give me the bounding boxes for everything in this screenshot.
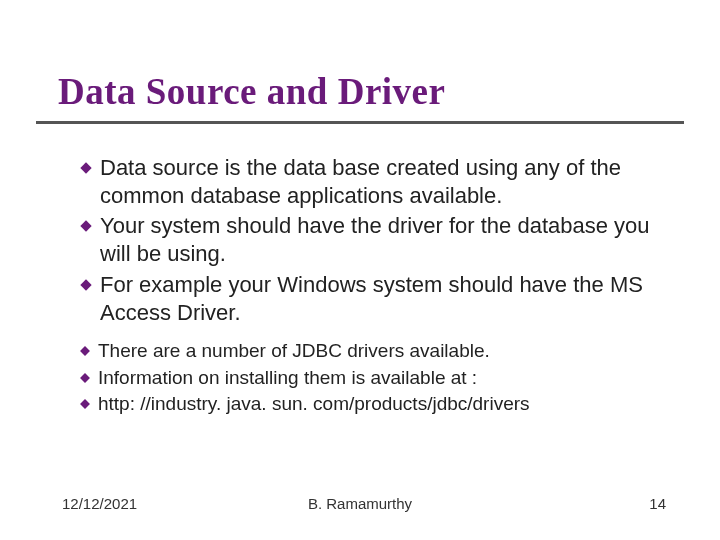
list-item: There are a number of JDBC drivers avail…: [80, 339, 670, 364]
content-area: Data source is the data base created usi…: [0, 124, 720, 417]
footer-date: 12/12/2021: [62, 495, 137, 512]
list-item-text: Information on installing them is availa…: [98, 366, 477, 391]
list-item-text: Data source is the data base created usi…: [100, 154, 670, 210]
list-item-text: http: //industry. java. sun. com/product…: [98, 392, 530, 417]
list-item-text: For example your Windows system should h…: [100, 271, 670, 327]
list-item-text: There are a number of JDBC drivers avail…: [98, 339, 490, 364]
list-item: Your system should have the driver for t…: [80, 212, 670, 268]
svg-rect-5: [80, 399, 90, 409]
diamond-bullet-icon: [80, 346, 90, 356]
sub-list: There are a number of JDBC drivers avail…: [80, 339, 670, 417]
footer-author: B. Ramamurthy: [308, 495, 412, 512]
list-item: Data source is the data base created usi…: [80, 154, 670, 210]
diamond-bullet-icon: [80, 162, 92, 174]
svg-rect-4: [80, 373, 90, 383]
diamond-bullet-icon: [80, 220, 92, 232]
slide: Data Source and Driver Data source is th…: [0, 0, 720, 540]
footer-page-number: 14: [649, 495, 666, 512]
diamond-bullet-icon: [80, 373, 90, 383]
list-item: Information on installing them is availa…: [80, 366, 670, 391]
svg-rect-2: [80, 279, 91, 290]
diamond-bullet-icon: [80, 279, 92, 291]
slide-title: Data Source and Driver: [0, 0, 720, 121]
list-item: http: //industry. java. sun. com/product…: [80, 392, 670, 417]
list-item: For example your Windows system should h…: [80, 271, 670, 327]
svg-rect-0: [80, 162, 91, 173]
footer: 12/12/2021 B. Ramamurthy 14: [0, 495, 720, 512]
diamond-bullet-icon: [80, 399, 90, 409]
svg-rect-1: [80, 221, 91, 232]
list-item-text: Your system should have the driver for t…: [100, 212, 670, 268]
svg-rect-3: [80, 346, 90, 356]
